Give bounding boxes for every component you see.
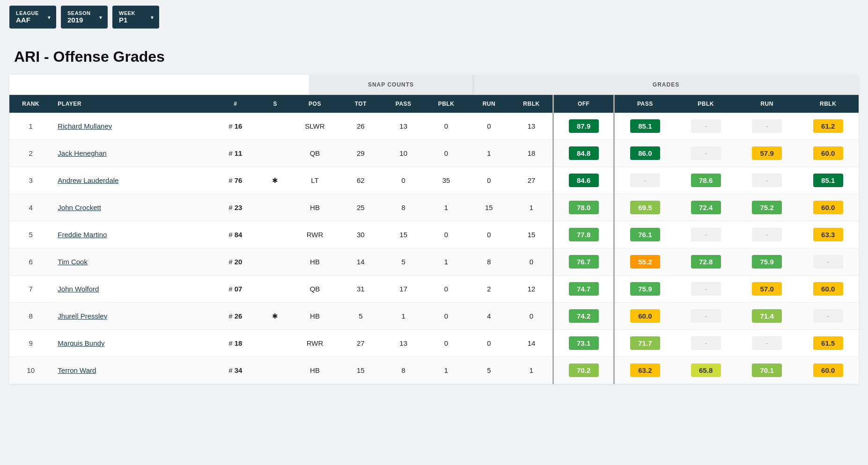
table-row: 7John Wolford# 07QB3117021274.775.9-57.0… xyxy=(9,276,859,303)
grade-badge: 71.7 xyxy=(630,336,660,350)
pass-grade-cell: 85.1 xyxy=(614,113,676,140)
grade-badge: 72.8 xyxy=(691,255,721,269)
rblk-grade-cell: 61.5 xyxy=(797,330,859,357)
player-cell: John Wolford xyxy=(52,276,211,303)
pblk-grade-cell: 72.4 xyxy=(675,194,736,221)
player-link[interactable]: Tim Cook xyxy=(58,258,88,266)
league-dropdown[interactable]: LEAGUE AAF ▼ xyxy=(9,6,56,29)
pblk-snap-cell: 0 xyxy=(425,140,467,167)
grade-dash: - xyxy=(630,174,660,187)
pblk-grade-cell: - xyxy=(675,276,736,303)
pos-cell: HB xyxy=(290,357,339,384)
grade-badge: 84.8 xyxy=(569,146,599,160)
run-grade-cell: 70.1 xyxy=(736,357,798,384)
rank-cell: 2 xyxy=(9,140,52,167)
pos-cell: RWR xyxy=(290,221,339,248)
rblk-snap-cell: 18 xyxy=(510,140,553,167)
col-tot: TOT xyxy=(339,95,382,113)
run-snap-cell: 5 xyxy=(468,357,510,384)
pass-grade-cell: 86.0 xyxy=(614,140,676,167)
rblk-snap-cell: 14 xyxy=(510,330,553,357)
pblk-snap-cell: 0 xyxy=(425,303,467,330)
player-link[interactable]: Terron Ward xyxy=(58,366,96,374)
run-snap-cell: 1 xyxy=(468,140,510,167)
run-snap-cell: 0 xyxy=(468,167,510,194)
grade-badge: 74.7 xyxy=(569,282,599,296)
run-grade-cell: 75.2 xyxy=(736,194,798,221)
rblk-snap-cell: 12 xyxy=(510,276,553,303)
pass-snap-cell: 13 xyxy=(382,113,425,140)
rblk-snap-cell: 13 xyxy=(510,113,553,140)
rank-cell: 3 xyxy=(9,167,52,194)
off-grade-cell: 87.9 xyxy=(553,113,614,140)
pass-snap-cell: 0 xyxy=(382,167,425,194)
table-row: 4John Crockett# 23HB258115178.069.572.47… xyxy=(9,194,859,221)
week-label: WEEK xyxy=(119,10,135,16)
player-link[interactable]: Jhurell Pressley xyxy=(58,312,107,320)
off-grade-cell: 78.0 xyxy=(553,194,614,221)
player-cell: Tim Cook xyxy=(52,248,211,276)
column-header-row: RANK PLAYER # S POS TOT PASS PBLK RUN RB… xyxy=(9,95,859,113)
grade-badge: 78.6 xyxy=(691,174,721,187)
grade-badge: 86.0 xyxy=(630,146,660,160)
pblk-snap-cell: 1 xyxy=(425,248,467,276)
player-cell: Freddie Martino xyxy=(52,221,211,248)
run-grade-cell: 57.0 xyxy=(736,276,798,303)
run-grade-cell: - xyxy=(736,167,798,194)
pass-snap-cell: 5 xyxy=(382,248,425,276)
rblk-grade-cell: 60.0 xyxy=(797,276,859,303)
player-link[interactable]: Marquis Bundy xyxy=(58,339,104,347)
run-snap-cell: 0 xyxy=(468,113,510,140)
grade-badge: 84.6 xyxy=(569,174,599,187)
page-title: ARI - Offense Grades xyxy=(0,34,868,75)
top-bar: LEAGUE AAF ▼ SEASON 2019 ▼ WEEK P1 ▼ xyxy=(0,0,868,34)
pos-cell: SLWR xyxy=(290,113,339,140)
grade-dash: - xyxy=(752,336,782,350)
num-cell: # 20 xyxy=(211,248,260,276)
tot-cell: 27 xyxy=(339,330,382,357)
player-link[interactable]: John Wolford xyxy=(58,285,99,293)
grade-badge: 76.1 xyxy=(630,228,660,241)
pblk-grade-cell: 65.8 xyxy=(675,357,736,384)
pblk-snap-cell: 0 xyxy=(425,330,467,357)
col-pblk-snap: PBLK xyxy=(425,95,467,113)
grade-badge: 78.0 xyxy=(569,201,599,214)
grade-badge: 60.0 xyxy=(813,201,843,214)
run-grade-cell: 57.9 xyxy=(736,140,798,167)
player-link[interactable]: Freddie Martino xyxy=(58,231,107,239)
grade-badge: 87.9 xyxy=(569,119,599,133)
player-link[interactable]: John Crockett xyxy=(58,203,101,211)
grade-badge: 74.2 xyxy=(569,309,599,323)
num-cell: # 16 xyxy=(211,113,260,140)
season-arrow-icon: ▼ xyxy=(98,15,103,20)
season-dropdown[interactable]: SEASON 2019 ▼ xyxy=(61,6,108,29)
pblk-grade-cell: - xyxy=(675,113,736,140)
player-link[interactable]: Richard Mullaney xyxy=(58,122,112,130)
pass-snap-cell: 13 xyxy=(382,330,425,357)
grade-dash: - xyxy=(691,119,721,133)
grades-header: GRADES xyxy=(473,75,859,95)
pass-grade-cell: 60.0 xyxy=(614,303,676,330)
rblk-grade-cell: - xyxy=(797,303,859,330)
tot-cell: 62 xyxy=(339,167,382,194)
grade-badge: 69.5 xyxy=(630,201,660,214)
off-grade-cell: 77.8 xyxy=(553,221,614,248)
pos-cell: HB xyxy=(290,194,339,221)
grade-badge: 70.2 xyxy=(569,363,599,377)
player-link[interactable]: Jack Heneghan xyxy=(58,149,106,157)
pos-cell: QB xyxy=(290,276,339,303)
player-cell: Terron Ward xyxy=(52,357,211,384)
run-snap-cell: 0 xyxy=(468,330,510,357)
league-arrow-icon: ▼ xyxy=(47,15,51,20)
player-cell: Andrew Lauderdale xyxy=(52,167,211,194)
num-cell: # 26 xyxy=(211,303,260,330)
rblk-snap-cell: 27 xyxy=(510,167,553,194)
player-link[interactable]: Andrew Lauderdale xyxy=(58,176,118,184)
week-dropdown[interactable]: WEEK P1 ▼ xyxy=(112,6,159,29)
off-grade-cell: 73.1 xyxy=(553,330,614,357)
num-cell: # 34 xyxy=(211,357,260,384)
grade-badge: 70.1 xyxy=(752,363,782,377)
grades-table: RANK PLAYER # S POS TOT PASS PBLK RUN RB… xyxy=(9,95,859,384)
rank-cell: 9 xyxy=(9,330,52,357)
rblk-snap-cell: 15 xyxy=(510,221,553,248)
